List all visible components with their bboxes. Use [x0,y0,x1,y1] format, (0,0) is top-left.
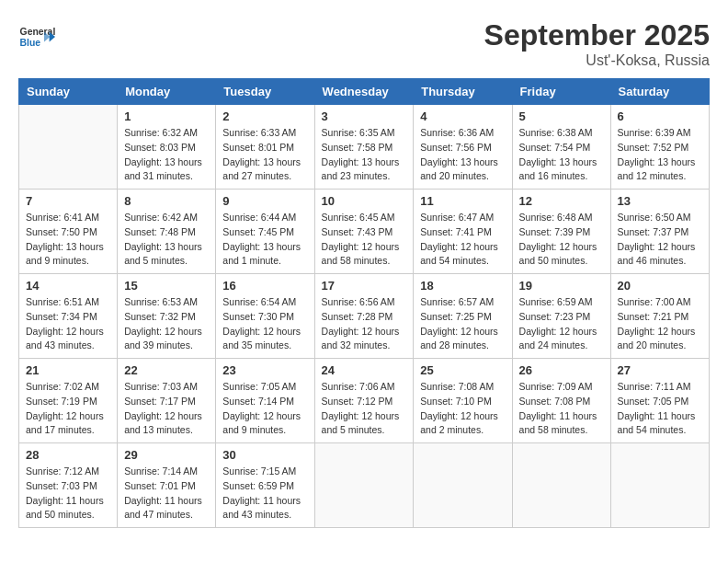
svg-text:Blue: Blue [20,38,41,48]
calendar-header-row: SundayMondayTuesdayWednesdayThursdayFrid… [19,79,710,105]
logo-icon: General Blue [18,18,55,55]
day-info: Sunrise: 7:11 AMSunset: 7:05 PMDaylight:… [618,380,702,438]
day-number: 7 [26,194,110,208]
calendar-cell: 22Sunrise: 7:03 AMSunset: 7:17 PMDayligh… [118,359,216,443]
day-number: 28 [26,448,110,462]
day-number: 26 [519,363,604,377]
calendar-cell: 21Sunrise: 7:02 AMSunset: 7:19 PMDayligh… [19,359,118,443]
day-info: Sunrise: 7:05 AMSunset: 7:14 PMDaylight:… [222,380,307,438]
calendar-cell: 9Sunrise: 6:44 AMSunset: 7:45 PMDaylight… [216,190,314,274]
day-number: 4 [420,109,505,123]
day-info: Sunrise: 7:14 AMSunset: 7:01 PMDaylight:… [124,465,209,523]
day-number: 17 [322,279,407,293]
calendar-week-row: 21Sunrise: 7:02 AMSunset: 7:19 PMDayligh… [19,359,710,443]
day-number: 11 [420,194,505,208]
calendar-cell: 5Sunrise: 6:38 AMSunset: 7:54 PMDaylight… [512,105,610,190]
calendar-week-row: 7Sunrise: 6:41 AMSunset: 7:50 PMDaylight… [19,190,710,274]
day-info: Sunrise: 6:32 AMSunset: 8:03 PMDaylight:… [124,126,209,184]
calendar-cell: 29Sunrise: 7:14 AMSunset: 7:01 PMDayligh… [118,443,216,528]
calendar-cell: 16Sunrise: 6:54 AMSunset: 7:30 PMDayligh… [216,274,314,359]
day-number: 29 [124,448,209,462]
day-info: Sunrise: 6:39 AMSunset: 7:52 PMDaylight:… [618,126,702,184]
day-number: 15 [124,279,209,293]
day-number: 13 [618,194,702,208]
day-info: Sunrise: 6:45 AMSunset: 7:43 PMDaylight:… [322,211,407,269]
day-info: Sunrise: 6:33 AMSunset: 8:01 PMDaylight:… [222,126,307,184]
calendar-cell: 11Sunrise: 6:47 AMSunset: 7:41 PMDayligh… [414,190,512,274]
calendar-cell: 8Sunrise: 6:42 AMSunset: 7:48 PMDaylight… [118,190,216,274]
calendar-cell: 24Sunrise: 7:06 AMSunset: 7:12 PMDayligh… [314,359,414,443]
day-info: Sunrise: 6:48 AMSunset: 7:39 PMDaylight:… [519,211,604,269]
day-number: 19 [519,279,604,293]
day-info: Sunrise: 6:53 AMSunset: 7:32 PMDaylight:… [124,295,209,353]
calendar-cell: 27Sunrise: 7:11 AMSunset: 7:05 PMDayligh… [610,359,709,443]
calendar-cell [19,105,118,190]
calendar-cell: 2Sunrise: 6:33 AMSunset: 8:01 PMDaylight… [216,105,314,190]
day-number: 23 [222,363,307,377]
page-header: General Blue September 2025 Ust'-Koksa, … [18,18,710,69]
day-info: Sunrise: 6:57 AMSunset: 7:25 PMDaylight:… [420,295,505,353]
day-info: Sunrise: 6:47 AMSunset: 7:41 PMDaylight:… [420,211,505,269]
calendar-cell: 18Sunrise: 6:57 AMSunset: 7:25 PMDayligh… [414,274,512,359]
calendar-cell [512,443,610,528]
day-header-saturday: Saturday [610,79,709,105]
day-number: 1 [124,109,209,123]
day-info: Sunrise: 6:44 AMSunset: 7:45 PMDaylight:… [222,211,307,269]
day-number: 14 [26,279,110,293]
calendar-week-row: 1Sunrise: 6:32 AMSunset: 8:03 PMDaylight… [19,105,710,190]
calendar-cell [314,443,414,528]
day-number: 12 [519,194,604,208]
calendar-cell: 15Sunrise: 6:53 AMSunset: 7:32 PMDayligh… [118,274,216,359]
day-number: 10 [322,194,407,208]
day-info: Sunrise: 6:54 AMSunset: 7:30 PMDaylight:… [222,295,307,353]
calendar-cell: 3Sunrise: 6:35 AMSunset: 7:58 PMDaylight… [314,105,414,190]
day-header-wednesday: Wednesday [314,79,414,105]
day-header-thursday: Thursday [414,79,512,105]
day-number: 24 [322,363,407,377]
calendar-cell: 20Sunrise: 7:00 AMSunset: 7:21 PMDayligh… [610,274,709,359]
calendar-cell: 10Sunrise: 6:45 AMSunset: 7:43 PMDayligh… [314,190,414,274]
day-header-monday: Monday [118,79,216,105]
calendar-cell: 19Sunrise: 6:59 AMSunset: 7:23 PMDayligh… [512,274,610,359]
day-info: Sunrise: 7:03 AMSunset: 7:17 PMDaylight:… [124,380,209,438]
day-info: Sunrise: 7:00 AMSunset: 7:21 PMDaylight:… [618,295,702,353]
logo: General Blue [18,18,55,55]
day-info: Sunrise: 6:38 AMSunset: 7:54 PMDaylight:… [519,126,604,184]
day-info: Sunrise: 6:59 AMSunset: 7:23 PMDaylight:… [519,295,604,353]
day-info: Sunrise: 6:51 AMSunset: 7:34 PMDaylight:… [26,295,110,353]
day-number: 20 [618,279,702,293]
day-number: 18 [420,279,505,293]
day-number: 25 [420,363,505,377]
calendar-week-row: 28Sunrise: 7:12 AMSunset: 7:03 PMDayligh… [19,443,710,528]
day-number: 5 [519,109,604,123]
calendar-cell: 14Sunrise: 6:51 AMSunset: 7:34 PMDayligh… [19,274,118,359]
day-info: Sunrise: 7:12 AMSunset: 7:03 PMDaylight:… [26,465,110,523]
calendar-cell: 13Sunrise: 6:50 AMSunset: 7:37 PMDayligh… [610,190,709,274]
calendar-cell: 28Sunrise: 7:12 AMSunset: 7:03 PMDayligh… [19,443,118,528]
calendar-cell: 1Sunrise: 6:32 AMSunset: 8:03 PMDaylight… [118,105,216,190]
calendar-cell: 30Sunrise: 7:15 AMSunset: 6:59 PMDayligh… [216,443,314,528]
calendar-cell [610,443,709,528]
calendar-cell: 4Sunrise: 6:36 AMSunset: 7:56 PMDaylight… [414,105,512,190]
day-header-sunday: Sunday [19,79,118,105]
day-number: 2 [222,109,307,123]
calendar-week-row: 14Sunrise: 6:51 AMSunset: 7:34 PMDayligh… [19,274,710,359]
calendar-table: SundayMondayTuesdayWednesdayThursdayFrid… [18,78,710,528]
location-subtitle: Ust'-Koksa, Russia [484,52,710,69]
calendar-cell: 17Sunrise: 6:56 AMSunset: 7:28 PMDayligh… [314,274,414,359]
day-number: 27 [618,363,702,377]
day-number: 3 [322,109,407,123]
day-number: 30 [222,448,307,462]
day-info: Sunrise: 6:41 AMSunset: 7:50 PMDaylight:… [26,211,110,269]
day-number: 22 [124,363,209,377]
month-title: September 2025 [484,18,710,52]
calendar-cell: 12Sunrise: 6:48 AMSunset: 7:39 PMDayligh… [512,190,610,274]
calendar-cell [414,443,512,528]
day-number: 16 [222,279,307,293]
day-info: Sunrise: 7:06 AMSunset: 7:12 PMDaylight:… [322,380,407,438]
day-info: Sunrise: 6:36 AMSunset: 7:56 PMDaylight:… [420,126,505,184]
day-header-tuesday: Tuesday [216,79,314,105]
day-info: Sunrise: 7:09 AMSunset: 7:08 PMDaylight:… [519,380,604,438]
calendar-cell: 7Sunrise: 6:41 AMSunset: 7:50 PMDaylight… [19,190,118,274]
day-number: 8 [124,194,209,208]
